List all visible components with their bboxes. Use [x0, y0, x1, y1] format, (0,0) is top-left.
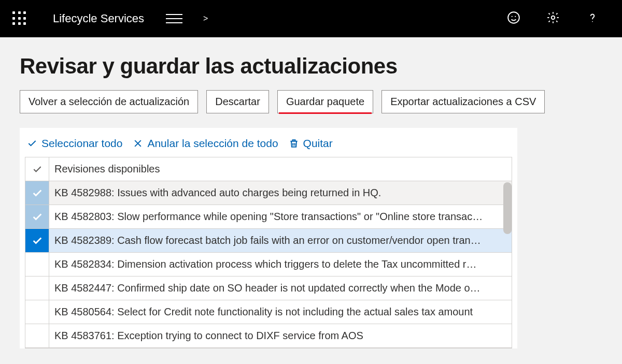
close-icon: [133, 138, 143, 149]
row-checkbox[interactable]: [25, 324, 49, 347]
command-bar: Seleccionar todo Anular la selección de …: [25, 137, 512, 157]
row-text: KB 4582834: Dimension activation process…: [49, 253, 512, 276]
table-row[interactable]: KB 4583761: Exception trying to connect …: [25, 324, 512, 348]
table-row[interactable]: KB 4582389: Cash flow forecast batch job…: [25, 229, 512, 253]
table-row[interactable]: KB 4582988: Issues with advanced auto ch…: [25, 181, 512, 205]
row-text: KB 4583761: Exception trying to connect …: [49, 324, 512, 347]
updates-panel: Seleccionar todo Anular la selección de …: [20, 128, 517, 348]
row-text: KB 4582988: Issues with advanced auto ch…: [49, 181, 512, 205]
row-checkbox[interactable]: [25, 253, 49, 276]
check-icon: [32, 211, 43, 223]
row-checkbox[interactable]: [25, 229, 49, 252]
gear-icon[interactable]: [546, 11, 560, 26]
row-checkbox[interactable]: [25, 276, 49, 300]
back-to-selection-button[interactable]: Volver a selección de actualización: [20, 90, 198, 113]
check-icon: [32, 164, 43, 174]
help-icon[interactable]: [586, 11, 599, 26]
breadcrumb-caret: >: [203, 14, 208, 23]
table-row[interactable]: KB 4580564: Select for Credit note funct…: [25, 300, 512, 324]
app-title: Lifecycle Services: [53, 12, 144, 25]
column-header-revisions[interactable]: Revisiones disponibles: [49, 157, 165, 181]
deselect-all-label: Anular la selección de todo: [147, 137, 278, 150]
feedback-smile-icon[interactable]: [507, 11, 520, 26]
export-csv-button[interactable]: Exportar actualizaciones a CSV: [381, 90, 545, 113]
header-select-all-checkbox[interactable]: [25, 157, 49, 181]
topbar: Lifecycle Services >: [0, 0, 622, 37]
table-row[interactable]: KB 4582803: Slow performance while openi…: [25, 205, 512, 229]
breadcrumb-redacted: [229, 12, 420, 25]
row-text: KB 4580564: Select for Credit note funct…: [49, 300, 512, 324]
svg-point-3: [552, 16, 555, 20]
row-text: KB 4582389: Cash flow forecast batch job…: [49, 229, 512, 252]
svg-point-2: [515, 16, 516, 17]
select-all-command[interactable]: Seleccionar todo: [27, 137, 122, 150]
topbar-right: [507, 11, 599, 26]
svg-point-4: [592, 21, 593, 22]
select-all-label: Seleccionar todo: [41, 137, 122, 150]
table-body: KB 4582988: Issues with advanced auto ch…: [25, 181, 512, 348]
hamburger-icon[interactable]: [166, 14, 182, 23]
trash-icon: [289, 138, 299, 149]
page-title: Revisar y guardar las actualizaciones: [20, 54, 602, 79]
discard-button[interactable]: Descartar: [206, 90, 269, 113]
check-icon: [32, 187, 43, 199]
updates-table: Revisiones disponibles KB 4582988: Issue…: [25, 157, 512, 348]
deselect-all-command[interactable]: Anular la selección de todo: [133, 137, 278, 150]
row-checkbox[interactable]: [25, 181, 49, 205]
table-row[interactable]: KB 4582447: Confirmed ship date on SO he…: [25, 276, 512, 300]
row-checkbox[interactable]: [25, 205, 49, 228]
svg-point-1: [512, 16, 513, 17]
save-package-button[interactable]: Guardar paquete: [277, 90, 373, 113]
page-content: Revisar y guardar las actualizaciones Vo…: [0, 37, 622, 348]
row-text: KB 4582447: Confirmed ship date on SO he…: [49, 276, 512, 300]
svg-point-0: [508, 12, 519, 23]
check-icon: [27, 138, 37, 149]
app-launcher-icon[interactable]: [12, 11, 27, 26]
row-checkbox[interactable]: [25, 300, 49, 324]
check-icon: [32, 235, 43, 246]
table-header: Revisiones disponibles: [25, 157, 512, 181]
table-row[interactable]: KB 4582834: Dimension activation process…: [25, 253, 512, 276]
row-text: KB 4582803: Slow performance while openi…: [49, 205, 512, 228]
remove-label: Quitar: [303, 137, 333, 150]
remove-command[interactable]: Quitar: [289, 137, 333, 150]
scrollbar-thumb[interactable]: [503, 182, 512, 234]
action-button-row: Volver a selección de actualización Desc…: [20, 90, 602, 113]
